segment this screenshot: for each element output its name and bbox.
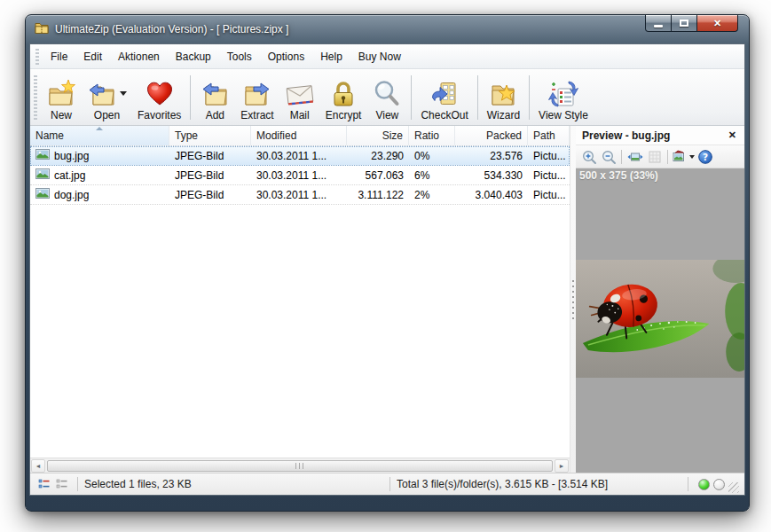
status-light-off-icon [713,479,725,490]
scrollbar-thumb-grip-icon [295,463,305,469]
checkout-button[interactable]: CheckOut [415,72,473,123]
toolbar-button-label: View Style [539,109,588,121]
encrypt-button[interactable]: Encrypt [320,72,367,123]
toolbar-separator [411,75,412,120]
toolbar-button-label: Open [94,109,120,121]
column-header-ratio[interactable]: Ratio [409,126,455,145]
scrollbar-thumb[interactable] [47,460,553,472]
open-dropdown-caret-icon[interactable] [120,91,127,96]
file-ratio-cell: 6% [409,169,455,182]
wizard-button[interactable]: Wizard [482,72,525,123]
menu-tools[interactable]: Tools [219,47,260,66]
close-button[interactable]: ✕ [697,15,738,32]
add-button[interactable]: Add [194,72,235,123]
extract-from-archive-icon [242,79,272,109]
view-button[interactable]: View [366,72,407,123]
file-type-cell: JPEG-Bild [169,169,251,182]
favorites-button[interactable]: Favorites [132,72,186,123]
preview-zoom-in-button[interactable] [579,148,598,166]
menu-buy-now[interactable]: Buy Now [350,47,409,66]
menu-options[interactable]: Options [260,47,312,66]
list-view-toggle-button[interactable] [35,476,53,492]
open-button[interactable]: Open [82,72,132,123]
toolbar-button-label: New [51,109,72,121]
column-header-packed[interactable]: Packed [455,126,528,145]
scroll-left-button[interactable]: ◄ [31,459,45,473]
column-header-name[interactable]: Name [30,126,169,145]
help-icon: ? [697,149,713,165]
preview-help-button[interactable]: ? [696,148,714,166]
fit-image-icon [627,149,643,165]
app-zip-icon [35,20,49,38]
maximize-icon [680,20,688,27]
file-packed-cell: 3.040.403 [455,189,528,201]
menu-aktionen[interactable]: Aktionen [110,47,168,66]
detail-view-toggle-button[interactable] [53,476,71,492]
preview-zoom-out-button[interactable] [599,148,618,166]
image-file-icon [35,149,50,162]
window-title: UltimateZip (Evaluation Version) - [ Pic… [55,23,288,35]
mail-button[interactable]: Mail [279,72,320,123]
preview-title: Preview - bug.jpg [582,129,670,142]
image-options-icon [672,149,688,165]
toolbar-button-label: CheckOut [421,109,468,121]
column-header-type[interactable]: Type [169,126,251,145]
zoom-in-icon [581,149,597,165]
new-button[interactable]: New [41,72,82,123]
sort-ascending-icon [96,127,103,130]
toolbar-grip-handle[interactable] [34,75,37,120]
statusbar-separator [389,477,390,491]
open-archive-icon [87,79,117,109]
preview-toolbar-separator [621,150,622,164]
column-header-size[interactable]: Size [347,126,409,145]
menu-edit[interactable]: Edit [75,47,110,66]
preview-canvas[interactable]: 500 x 375 (33%) [576,168,744,473]
toolbar-button-label: Favorites [138,109,181,121]
image-file-icon [35,188,50,201]
horizontal-scrollbar[interactable]: ◄ ► [30,458,570,473]
statusbar: Selected 1 files, 23 KB Total 3 file(s)/… [30,473,744,495]
menu-help[interactable]: Help [312,47,350,66]
view-style-button[interactable]: View Style [533,72,594,123]
preview-toolbar: ? [576,145,744,168]
file-ratio-cell: 2% [409,189,455,201]
menu-file[interactable]: File [43,47,75,66]
column-header-modified[interactable]: Modified [251,126,347,145]
detail-view-icon [56,479,68,489]
menubar-grip-handle[interactable] [35,49,39,65]
column-header-path[interactable]: Path [528,126,570,145]
preview-fit-to-window-button[interactable] [625,148,644,166]
panel-splitter[interactable] [570,126,576,473]
file-row-bug[interactable]: bug.jpg JPEG-Bild 30.03.2011 1... 23.290… [30,146,570,166]
toolbar-separator [529,75,530,120]
main-area: Name Type Modified Size Ratio Packed Pat… [30,126,744,473]
minimize-button[interactable] [645,15,672,32]
preview-actual-size-button[interactable] [645,148,664,166]
menu-backup[interactable]: Backup [168,47,219,66]
ultimatezip-window: UltimateZip (Evaluation Version) - [ Pic… [25,14,750,512]
maximize-button[interactable] [672,15,697,32]
encrypt-padlock-icon [328,79,358,109]
file-type-cell: JPEG-Bild [169,189,251,201]
preview-size-label: 500 x 375 (33%) [579,169,658,182]
extract-button[interactable]: Extract [235,72,279,123]
file-row-cat[interactable]: cat.jpg JPEG-Bild 30.03.2011 1... 567.06… [30,166,570,185]
scroll-right-button[interactable]: ► [555,459,569,473]
window-controls: ✕ [645,15,738,32]
preview-image-options-button[interactable] [672,148,695,166]
preview-header: Preview - bug.jpg ✕ [576,126,744,145]
preview-close-button[interactable]: ✕ [727,129,738,141]
file-row-dog[interactable]: dog.jpg JPEG-Bild 30.03.2011 1... 3.111.… [30,185,570,205]
file-name-cell: bug.jpg [30,149,169,162]
image-file-icon [35,168,50,182]
file-list-empty-area [30,205,570,458]
titlebar[interactable]: UltimateZip (Evaluation Version) - [ Pic… [26,15,749,43]
file-size-cell: 23.290 [347,150,409,162]
toolbar-button-label: Add [206,109,224,121]
window-resize-grip[interactable] [728,482,739,493]
close-icon: ✕ [728,129,736,140]
add-to-archive-icon [200,79,230,109]
file-type-cell: JPEG-Bild [169,150,251,162]
toolbar-separator [477,75,478,120]
minimize-icon [654,25,663,27]
